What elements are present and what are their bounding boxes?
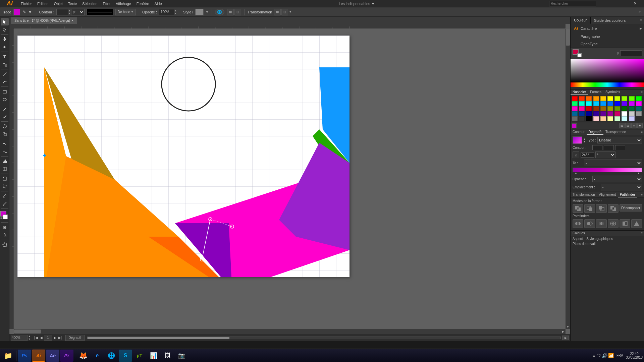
plans-label[interactable]: Plans de travail [573,242,595,246]
swatch-item[interactable] [636,106,642,111]
tab-transformation[interactable]: Transformation [571,192,597,197]
taskbar-ie[interactable]: e [91,350,104,362]
scroll-down-btn[interactable]: ▼ [566,324,570,329]
swatch-item[interactable] [600,101,606,106]
menu-fenetre[interactable]: Fenêtre [134,1,152,6]
nuancier-menu[interactable]: ≡ [639,89,644,95]
swap-colors[interactable]: ⇄ [0,217,3,220]
taskbar-utorrent[interactable]: µT [133,350,146,362]
taskbar-premiere[interactable]: Pr [60,350,73,362]
menu-aide[interactable]: Aide [152,1,165,6]
menu-edition[interactable]: Edition [35,1,51,6]
nuancier-icon-3[interactable]: ≡ [631,123,637,128]
de-base-button[interactable]: De base ▼ [115,9,136,15]
styles-label[interactable]: Styles graphiques [586,237,613,241]
calques-menu[interactable]: ≡ [639,231,644,236]
swatch-item[interactable] [572,106,578,111]
swatch-item[interactable] [593,106,599,111]
tab-pathfinder[interactable]: Pathfinder [618,192,637,197]
taskbar-photos[interactable]: 🖼 [161,350,174,362]
swatch-item[interactable] [622,101,627,106]
gradient-bar[interactable]: ▲ ▲ [573,168,642,172]
pf-btn-3[interactable] [596,219,607,228]
swatch-item[interactable] [607,116,613,121]
swatch-item[interactable] [629,111,635,116]
swatch-item[interactable] [607,111,613,116]
contour-val3[interactable] [615,145,625,150]
tab-calques[interactable]: Calques [571,231,587,236]
nuancier-icon-1[interactable]: ⊞ [619,123,625,128]
decompose-btn[interactable]: Décomposer [620,204,642,212]
hand-tool[interactable] [1,231,9,239]
angle-unit-select[interactable]: ° [595,152,615,158]
swatch-item[interactable] [579,96,585,101]
maximize-button[interactable]: □ [612,0,628,7]
swatch-item[interactable] [572,96,578,101]
tab-symboles[interactable]: Symboles [603,89,622,95]
swatch-item[interactable] [622,106,627,111]
tab-contour[interactable]: Contour [571,129,587,135]
taskbar-after-effects[interactable]: Ae [46,350,59,362]
nuancier-icon-4[interactable]: ✱ [637,123,643,128]
pathfinder-menu[interactable]: ≡ [639,192,644,197]
contour-down[interactable]: ▼ [68,12,71,14]
vertical-scrollbar[interactable]: ▼ [566,29,570,329]
tray-up-arrow[interactable]: ▲ [592,354,596,357]
warp-tool[interactable] [1,140,9,147]
scroll-end-btn[interactable]: ▶ [562,336,569,340]
swatch-item[interactable] [572,101,578,106]
vertical-scrollbar-thumb[interactable] [566,29,570,46]
graph-tool[interactable] [1,158,9,165]
document-tab[interactable]: Sans titre - 1* @ 400% (RVB/Aperçu) × [11,17,77,24]
swatch-item[interactable] [622,111,627,116]
taskbar-photoshop[interactable]: Ps [18,350,31,362]
contour-value-input[interactable] [56,9,68,15]
swatch-item[interactable] [600,111,606,116]
caractere-label[interactable]: Caractère [581,26,597,31]
swatch-item[interactable] [600,96,606,101]
stroke-style-selector[interactable] [87,9,113,15]
angle-icon[interactable]: △ [573,152,579,158]
minimize-button[interactable]: ─ [597,0,612,7]
free-transform-tool[interactable] [1,183,9,190]
swatch-item[interactable] [572,111,578,116]
swatch-item[interactable] [614,106,620,111]
swatch-item[interactable] [629,106,635,111]
page-first-btn[interactable]: |◀ [34,336,39,340]
swatch-item[interactable] [622,96,627,101]
transform-btn-1[interactable]: ⊞ [274,9,281,15]
color-picker-gradient[interactable] [571,59,644,82]
taskbar-finance[interactable]: 📊 [147,350,160,362]
mode-btn-3[interactable] [596,204,607,213]
swatch-item[interactable] [579,116,585,121]
horizontal-scrollbar-thumb[interactable] [14,329,41,334]
opacity-input[interactable]: 100% [159,9,174,15]
nuancier-add-color[interactable] [572,123,577,128]
horizontal-scrollbar[interactable]: ▶ [14,329,566,334]
direct-selection-tool[interactable] [1,26,9,33]
tab-alignement[interactable]: Alignement [597,192,618,197]
rotate-tool[interactable] [1,123,9,130]
pf-btn-1[interactable] [573,219,583,228]
opacity-select[interactable]: - [592,176,642,182]
scale-tool[interactable] [1,130,9,138]
fill-stroke-indicator[interactable] [573,49,582,57]
zoom-input[interactable] [11,335,28,341]
trace-arrow[interactable]: ▼ [28,9,33,15]
contour-val1[interactable] [592,145,602,150]
degrade-menu[interactable]: ≡ [639,129,644,135]
page-prev-btn[interactable]: ◀ [39,336,43,340]
tab-degrade[interactable]: Dégradé [587,129,603,135]
view-btn-1[interactable]: ⊞ [227,9,234,15]
swatch-item[interactable] [586,106,592,111]
measure-tool[interactable] [1,200,9,207]
swatch-item[interactable] [593,111,599,116]
swatch-item[interactable] [614,111,620,116]
rect-tool[interactable] [1,88,9,95]
status-progress-bar[interactable] [87,337,561,339]
add-anchor-tool[interactable]: ✚ [1,43,9,51]
eyedropper-tool[interactable] [1,192,9,200]
symbol-tool[interactable] [1,165,9,173]
swatch-item[interactable] [607,106,613,111]
pf-btn-4[interactable] [608,219,619,228]
